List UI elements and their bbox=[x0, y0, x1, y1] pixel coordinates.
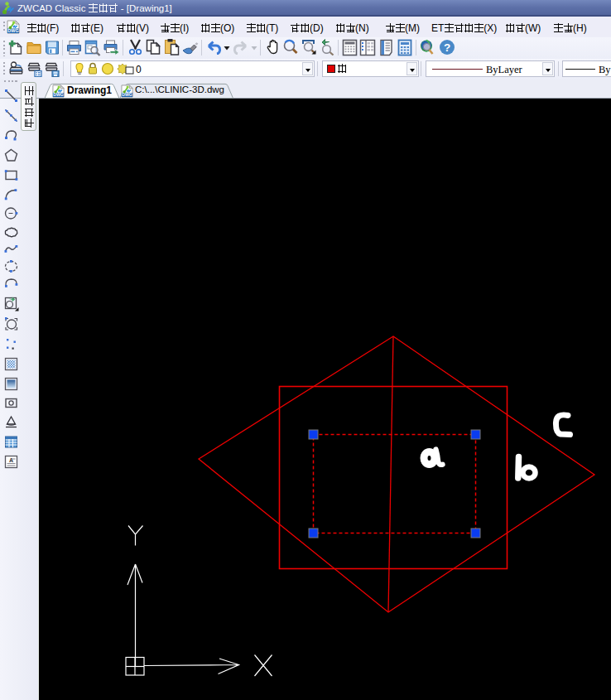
svg-text:?: ? bbox=[444, 41, 450, 54]
svg-text:DWG: DWG bbox=[7, 28, 18, 33]
svg-text:A: A bbox=[9, 457, 13, 463]
